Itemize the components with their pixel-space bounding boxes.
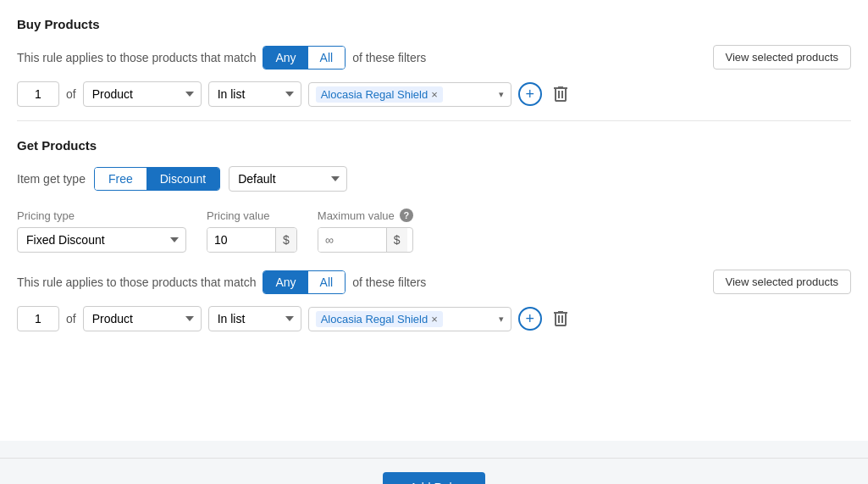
get-product-tag-label: Alocasia Regal Shield — [321, 313, 428, 325]
get-any-all-toggle[interactable]: Any All — [263, 270, 346, 294]
buy-product-tag-label: Alocasia Regal Shield — [321, 88, 428, 101]
buy-quantity-input[interactable] — [17, 81, 59, 107]
get-rule-row: of Product Collection Tag In list Not in… — [17, 306, 851, 331]
buy-tag-chevron-icon: ▾ — [499, 89, 504, 100]
discount-btn[interactable]: Discount — [147, 168, 219, 190]
pricing-value-field: Pricing value $ — [207, 209, 297, 253]
get-product-tag: Alocasia Regal Shield × — [316, 311, 443, 327]
get-product-select[interactable]: Product Collection Tag — [83, 306, 202, 331]
buy-add-filter-button[interactable]: + — [518, 82, 542, 106]
get-view-selected-button[interactable]: View selected products — [713, 270, 851, 294]
get-add-filter-button[interactable]: + — [518, 307, 542, 331]
get-any-btn[interactable]: Any — [263, 271, 307, 293]
pricing-type-label: Pricing type — [17, 209, 186, 222]
buy-filter-suffix: of these filters — [352, 51, 426, 64]
add-rule-button[interactable]: Add Rule — [383, 472, 486, 484]
buy-delete-icon — [554, 86, 567, 102]
get-product-tag-container[interactable]: Alocasia Regal Shield × ▾ — [308, 307, 511, 331]
get-quantity-input[interactable] — [17, 306, 59, 331]
buy-any-btn[interactable]: Any — [263, 47, 307, 69]
buy-filter-row: This rule applies to those products that… — [17, 45, 851, 70]
item-type-row: Item get type Free Discount Default — [17, 166, 851, 192]
get-products-title: Get Products — [17, 138, 851, 153]
maximum-value-help-icon[interactable]: ? — [400, 209, 413, 222]
buy-products-section: Buy Products This rule applies to those … — [17, 17, 851, 107]
get-tag-chevron-icon: ▾ — [499, 314, 504, 325]
maximum-value-label-row: Maximum value ? — [318, 209, 413, 222]
footer-bar: Add Rule — [0, 458, 868, 484]
section-divider — [17, 120, 851, 121]
maximum-value-input-wrapper: $ — [318, 227, 413, 253]
maximum-value-field: Maximum value ? $ — [318, 209, 413, 253]
buy-product-select[interactable]: Product Collection Tag — [83, 81, 202, 107]
buy-condition-select[interactable]: In list Not in list — [208, 81, 301, 107]
item-type-label: Item get type — [17, 172, 86, 186]
get-filter-prefix: This rule applies to those products that… — [17, 275, 256, 289]
buy-product-tag-container[interactable]: Alocasia Regal Shield × ▾ — [308, 82, 511, 107]
buy-any-all-toggle[interactable]: Any All — [263, 46, 346, 70]
buy-product-tag: Alocasia Regal Shield × — [316, 86, 443, 103]
get-delete-button[interactable] — [549, 307, 572, 331]
get-all-btn[interactable]: All — [308, 271, 346, 293]
buy-products-title: Buy Products — [17, 17, 851, 31]
get-products-section: Get Products Item get type Free Discount… — [17, 138, 851, 331]
buy-tag-remove-icon[interactable]: × — [431, 89, 438, 100]
buy-delete-button[interactable] — [549, 82, 572, 106]
default-select[interactable]: Default — [229, 166, 347, 192]
buy-of-label: of — [66, 87, 76, 101]
buy-view-selected-button[interactable]: View selected products — [713, 45, 851, 70]
pricing-type-select[interactable]: Fixed Discount Percentage Discount — [17, 227, 186, 253]
pricing-value-label: Pricing value — [207, 209, 297, 222]
get-condition-select[interactable]: In list Not in list — [208, 306, 301, 331]
buy-all-btn[interactable]: All — [308, 47, 346, 69]
get-of-label: of — [66, 312, 76, 325]
pricing-section: Pricing type Fixed Discount Percentage D… — [17, 209, 851, 253]
maximum-value-label: Maximum value — [318, 209, 395, 222]
buy-filter-prefix: This rule applies to those products that… — [17, 51, 256, 64]
buy-rule-row: of Product Collection Tag In list Not in… — [17, 81, 851, 107]
pricing-type-field: Pricing type Fixed Discount Percentage D… — [17, 209, 186, 253]
pricing-value-suffix: $ — [275, 228, 296, 252]
free-btn[interactable]: Free — [95, 168, 147, 190]
maximum-value-input[interactable] — [318, 228, 386, 252]
get-tag-remove-icon[interactable]: × — [431, 314, 438, 325]
get-filter-suffix: of these filters — [352, 275, 426, 289]
get-filter-row: This rule applies to those products that… — [17, 270, 851, 294]
pricing-value-input-wrapper: $ — [207, 227, 297, 253]
item-type-toggle-group[interactable]: Free Discount — [94, 167, 220, 191]
get-delete-icon — [554, 311, 567, 326]
maximum-value-suffix: $ — [386, 228, 407, 252]
pricing-value-input[interactable] — [207, 228, 275, 252]
